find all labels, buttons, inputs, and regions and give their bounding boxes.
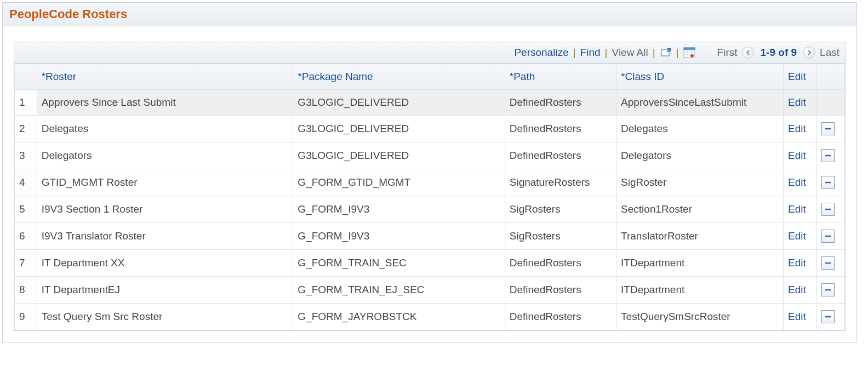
cell-roster: Test Query Sm Src Roster [37, 304, 293, 330]
cell-path: DefinedRosters [505, 142, 616, 169]
edit-link[interactable]: Edit [788, 176, 806, 188]
delete-row-button[interactable] [821, 230, 835, 243]
cell-path: DefinedRosters [505, 304, 616, 330]
table-row: 5I9V3 Section 1 RosterG_FORM_I9V3SigRost… [15, 196, 845, 223]
row-range: 1-9 of 9 [758, 47, 800, 59]
cell-delete [817, 90, 845, 116]
cell-package: G_FORM_TRAIN_SEC [293, 250, 505, 277]
cell-roster: I9V3 Translator Roster [37, 223, 293, 250]
delete-row-button[interactable] [821, 176, 835, 189]
cell-package: G_FORM_JAYROBSTCK [293, 304, 505, 330]
cell-roster: Delegators [37, 142, 293, 169]
cell-package: G_FORM_GTID_MGMT [293, 169, 505, 196]
last-link[interactable]: Last [820, 47, 840, 59]
cell-edit: Edit [784, 90, 817, 116]
cell-package: G_FORM_I9V3 [293, 196, 505, 223]
col-package[interactable]: *Package Name [293, 64, 505, 90]
cell-edit: Edit [784, 142, 817, 169]
panel-body: Personalize | Find | View All | | [3, 26, 856, 342]
col-classid[interactable]: *Class ID [616, 64, 784, 90]
delete-row-button[interactable] [821, 256, 835, 270]
cell-delete [817, 116, 845, 142]
cell-classid: SigRoster [616, 169, 784, 196]
delete-row-button[interactable] [821, 203, 835, 216]
table-row: 6I9V3 Translator RosterG_FORM_I9V3SigRos… [15, 223, 845, 250]
cell-roster: IT DepartmentEJ [37, 277, 293, 304]
cell-delete [817, 196, 845, 223]
row-number: 6 [15, 223, 37, 250]
panel-title: PeopleCode Rosters [3, 3, 856, 26]
cell-edit: Edit [784, 250, 817, 277]
edit-link[interactable]: Edit [788, 123, 806, 134]
edit-link[interactable]: Edit [788, 257, 806, 269]
cell-edit: Edit [784, 304, 817, 330]
table-row: 8IT DepartmentEJG_FORM_TRAIN_EJ_SECDefin… [15, 277, 845, 304]
col-delete [817, 64, 845, 90]
next-page-button[interactable] [803, 47, 815, 59]
separator: | [653, 47, 655, 59]
edit-link[interactable]: Edit [788, 284, 806, 295]
cell-package: G3LOGIC_DELIVERED [293, 142, 505, 169]
cell-roster: IT Department XX [37, 250, 293, 277]
cell-roster: GTID_MGMT Roster [37, 169, 293, 196]
panel-peoplecode-rosters: PeopleCode Rosters Personalize | Find | … [2, 2, 857, 342]
cell-roster: Delegates [37, 116, 293, 142]
table-row: 7IT Department XXG_FORM_TRAIN_SECDefined… [15, 250, 845, 277]
svg-rect-1 [684, 48, 695, 50]
delete-row-button[interactable] [821, 310, 835, 323]
col-path[interactable]: *Path [505, 64, 616, 90]
delete-row-button[interactable] [821, 122, 835, 135]
cell-path: DefinedRosters [505, 116, 616, 142]
grid-container: Personalize | Find | View All | | [14, 42, 846, 331]
separator: | [676, 47, 679, 59]
download-icon[interactable] [683, 47, 695, 59]
row-number: 7 [15, 250, 37, 277]
cell-classid: TranslatorRoster [616, 223, 784, 250]
col-path-label: Path [513, 71, 535, 82]
prev-page-button[interactable] [742, 47, 754, 59]
edit-link[interactable]: Edit [788, 311, 806, 322]
cell-edit: Edit [784, 223, 817, 250]
cell-classid: ITDepartment [616, 277, 784, 304]
view-all-link[interactable]: View All [612, 47, 648, 59]
row-number: 2 [15, 116, 37, 142]
row-number: 1 [15, 90, 37, 116]
col-roster[interactable]: *Roster [37, 64, 293, 90]
table-row: 1Approvers Since Last SubmitG3LOGIC_DELI… [15, 90, 845, 116]
col-package-label: Package Name [302, 71, 373, 82]
grid-toolbar: Personalize | Find | View All | | [14, 42, 845, 64]
cell-classid: Delegates [616, 116, 784, 142]
cell-path: DefinedRosters [505, 277, 616, 304]
cell-delete [817, 277, 845, 304]
cell-path: SigRosters [505, 223, 616, 250]
row-number: 5 [15, 196, 37, 223]
cell-path: SignatureRosters [505, 169, 616, 196]
cell-delete [817, 250, 845, 277]
cell-classid: TestQuerySmSrcRoster [616, 304, 784, 330]
delete-row-button[interactable] [821, 283, 835, 296]
cell-roster: Approvers Since Last Submit [37, 90, 293, 116]
cell-delete [817, 169, 845, 196]
cell-package: G3LOGIC_DELIVERED [293, 116, 505, 142]
rosters-grid: *Roster *Package Name *Path *Class ID Ed… [14, 64, 845, 330]
cell-delete [817, 223, 845, 250]
cell-path: SigRosters [505, 196, 616, 223]
edit-link[interactable]: Edit [788, 150, 806, 161]
row-number: 8 [15, 277, 37, 304]
cell-package: G_FORM_I9V3 [293, 223, 505, 250]
delete-row-button[interactable] [821, 149, 835, 162]
cell-edit: Edit [784, 169, 817, 196]
row-number: 4 [15, 169, 37, 196]
edit-link[interactable]: Edit [788, 230, 806, 242]
cell-edit: Edit [784, 116, 817, 142]
cell-classid: ITDepartment [616, 250, 784, 277]
table-row: 3DelegatorsG3LOGIC_DELIVEREDDefinedRoste… [15, 142, 845, 169]
zoom-icon[interactable] [660, 47, 672, 59]
first-link[interactable]: First [717, 47, 738, 59]
separator: | [605, 47, 608, 59]
personalize-link[interactable]: Personalize [514, 47, 568, 59]
find-link[interactable]: Find [580, 47, 601, 59]
edit-link[interactable]: Edit [788, 203, 806, 215]
edit-link[interactable]: Edit [788, 96, 806, 108]
col-classid-label: Class ID [625, 71, 664, 82]
